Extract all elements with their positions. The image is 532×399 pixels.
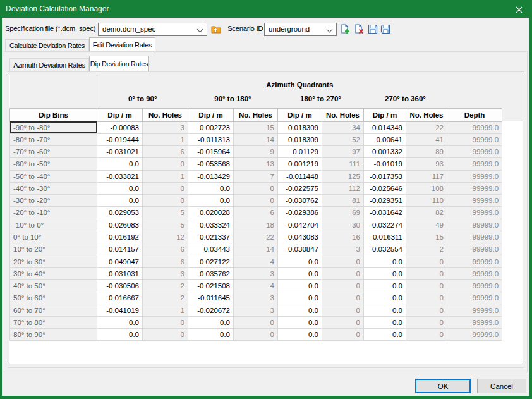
cell-dip-per-m[interactable]: -0.020672 xyxy=(188,304,234,316)
cell-dip-per-m[interactable]: 0.0 xyxy=(278,316,322,328)
cell-dip-per-m[interactable]: 0.0 xyxy=(364,255,406,267)
cell-dip-per-m[interactable]: -0.017353 xyxy=(364,170,406,182)
cell-dip-per-m[interactable]: 0.049047 xyxy=(97,255,143,267)
cell-dip-per-m[interactable]: 0.014157 xyxy=(97,243,143,255)
cell-dip-bin[interactable]: 30° to 40° xyxy=(10,267,97,279)
cell-dip-bin[interactable]: -40° to -30° xyxy=(10,182,97,194)
cell-dip-per-m[interactable]: -0.019444 xyxy=(97,133,143,145)
cell-dip-per-m[interactable]: 0.0 xyxy=(364,279,406,292)
cell-dip-per-m[interactable]: -0.029386 xyxy=(278,207,322,219)
cell-dip-bin[interactable]: -30° to -20° xyxy=(10,195,97,207)
cell-dip-per-m[interactable]: -0.025646 xyxy=(364,182,406,194)
cell-dip-per-m[interactable]: 0.0 xyxy=(97,329,143,341)
cell-dip-per-m[interactable]: 0.0 xyxy=(188,182,234,194)
cell-dip-per-m[interactable]: 0.0 xyxy=(97,182,143,194)
cell-dip-bin[interactable]: -50° to -40° xyxy=(10,170,97,182)
tab-azimuth-deviation-rates[interactable]: Azimuth Deviation Rates xyxy=(9,58,89,71)
cell-dip-per-m[interactable]: -0.041019 xyxy=(97,304,143,316)
cell-dip-per-m[interactable]: 0.018309 xyxy=(278,121,322,133)
cell-dip-per-m[interactable]: -0.016311 xyxy=(364,231,406,243)
cell-dip-bin[interactable]: 10° to 20° xyxy=(10,243,97,255)
cell-dip-per-m[interactable]: -0.013429 xyxy=(188,170,234,182)
spec-file-combobox[interactable]: demo.dcm_spec xyxy=(98,23,207,36)
cell-dip-bin[interactable]: 80° to 90° xyxy=(10,329,97,341)
cell-dip-per-m[interactable]: -0.043083 xyxy=(278,231,322,243)
cell-dip-bin[interactable]: 70° to 80° xyxy=(10,316,97,328)
cell-dip-per-m[interactable]: -0.033821 xyxy=(97,170,143,182)
save-scenario-as-button[interactable] xyxy=(380,23,391,35)
cell-dip-per-m[interactable]: 0.002723 xyxy=(188,121,234,133)
cell-dip-per-m[interactable]: 0.0 xyxy=(278,279,322,292)
ok-button[interactable]: OK xyxy=(415,379,471,393)
cell-dip-per-m[interactable]: -0.030506 xyxy=(97,279,143,292)
cell-dip-per-m[interactable]: 0.0 xyxy=(97,158,143,170)
cell-dip-per-m[interactable]: 0.020028 xyxy=(188,207,234,219)
cell-dip-per-m[interactable]: 0.0 xyxy=(278,255,322,267)
cell-dip-per-m[interactable]: 0.018309 xyxy=(278,133,322,145)
cell-dip-per-m[interactable]: -0.029351 xyxy=(364,195,406,207)
scenario-id-combobox[interactable]: underground xyxy=(264,23,337,36)
cell-dip-bin[interactable]: 40° to 50° xyxy=(10,279,97,292)
cell-dip-per-m[interactable]: 0.0 xyxy=(364,267,406,279)
cell-dip-per-m[interactable]: -0.030762 xyxy=(278,195,322,207)
cell-dip-bin[interactable]: -80° to -70° xyxy=(10,133,97,145)
tab-dip-deviation-rates[interactable]: Dip Deviation Rates xyxy=(89,56,149,71)
cell-dip-per-m[interactable]: 0.0 xyxy=(97,316,143,328)
cell-dip-per-m[interactable]: 0.0 xyxy=(97,195,143,207)
cell-dip-per-m[interactable]: 0.014349 xyxy=(364,121,406,133)
cell-dip-per-m[interactable]: 0.027122 xyxy=(188,255,234,267)
cell-dip-per-m[interactable]: 0.021337 xyxy=(188,231,234,243)
cell-dip-per-m[interactable]: 0.0 xyxy=(364,316,406,328)
cell-dip-per-m[interactable]: 0.0 xyxy=(364,304,406,316)
cell-dip-bin[interactable]: -90° to -80° xyxy=(10,121,97,133)
close-button[interactable] xyxy=(512,4,526,15)
cell-dip-per-m[interactable]: 0.031031 xyxy=(97,267,143,279)
cell-dip-per-m[interactable]: -0.00083 xyxy=(97,121,143,133)
cell-dip-per-m[interactable]: -0.022575 xyxy=(278,182,322,194)
cell-dip-per-m[interactable]: 0.0 xyxy=(188,329,234,341)
cell-dip-bin[interactable]: 20° to 30° xyxy=(10,255,97,267)
cell-dip-per-m[interactable]: -0.011313 xyxy=(188,133,234,145)
cell-dip-bin[interactable]: -60° to -50° xyxy=(10,158,97,170)
cell-dip-per-m[interactable]: -0.031642 xyxy=(364,207,406,219)
cell-dip-bin[interactable]: -10° to 0° xyxy=(10,219,97,231)
cell-dip-per-m[interactable]: 0.03443 xyxy=(188,243,234,255)
cell-dip-bin[interactable]: -20° to -10° xyxy=(10,207,97,219)
add-scenario-button[interactable] xyxy=(339,23,351,35)
save-scenario-button[interactable] xyxy=(367,23,378,35)
cell-dip-per-m[interactable]: 0.0 xyxy=(278,304,322,316)
cell-dip-bin[interactable]: -70° to -60° xyxy=(10,146,97,158)
cell-dip-per-m[interactable]: -0.032274 xyxy=(364,219,406,231)
cell-dip-per-m[interactable]: 0.0 xyxy=(188,316,234,328)
cell-dip-per-m[interactable]: 0.035762 xyxy=(188,267,234,279)
cell-dip-per-m[interactable]: 0.0 xyxy=(188,195,234,207)
cell-dip-per-m[interactable]: -0.032554 xyxy=(364,243,406,255)
cell-dip-per-m[interactable]: 0.016667 xyxy=(97,292,143,304)
cell-dip-per-m[interactable]: -0.021508 xyxy=(188,279,234,292)
cancel-button[interactable]: Cancel xyxy=(477,379,526,393)
tab-edit-deviation-rates[interactable]: Edit Deviation Rates xyxy=(89,37,155,51)
cell-dip-per-m[interactable]: 0.01129 xyxy=(278,146,322,158)
open-folder-button[interactable] xyxy=(210,23,222,35)
cell-dip-per-m[interactable]: -0.011645 xyxy=(188,292,234,304)
cell-dip-per-m[interactable]: 0.026083 xyxy=(97,219,143,231)
cell-dip-per-m[interactable]: -0.042704 xyxy=(278,219,322,231)
cell-dip-bin[interactable]: 50° to 60° xyxy=(10,292,97,304)
cell-dip-per-m[interactable]: 0.0 xyxy=(364,329,406,341)
cell-dip-per-m[interactable]: 0.0 xyxy=(364,292,406,304)
cell-dip-per-m[interactable]: -0.053568 xyxy=(188,158,234,170)
cell-dip-bin[interactable]: 0° to 10° xyxy=(10,231,97,243)
cell-dip-per-m[interactable]: -0.030847 xyxy=(278,243,322,255)
cell-dip-per-m[interactable]: -0.01019 xyxy=(364,158,406,170)
cell-dip-per-m[interactable]: -0.031021 xyxy=(97,146,143,158)
cell-dip-per-m[interactable]: 0.016192 xyxy=(97,231,143,243)
cell-dip-per-m[interactable]: 0.001332 xyxy=(364,146,406,158)
cell-dip-per-m[interactable]: 0.033324 xyxy=(188,219,234,231)
cell-dip-per-m[interactable]: -0.011448 xyxy=(278,170,322,182)
delete-scenario-button[interactable] xyxy=(353,23,365,35)
cell-dip-per-m[interactable]: 0.0 xyxy=(278,329,322,341)
cell-dip-per-m[interactable]: 0.00641 xyxy=(364,133,406,145)
cell-dip-per-m[interactable]: 0.001219 xyxy=(278,158,322,170)
cell-dip-per-m[interactable]: 0.0 xyxy=(278,267,322,279)
cell-dip-bin[interactable]: 60° to 70° xyxy=(10,304,97,316)
